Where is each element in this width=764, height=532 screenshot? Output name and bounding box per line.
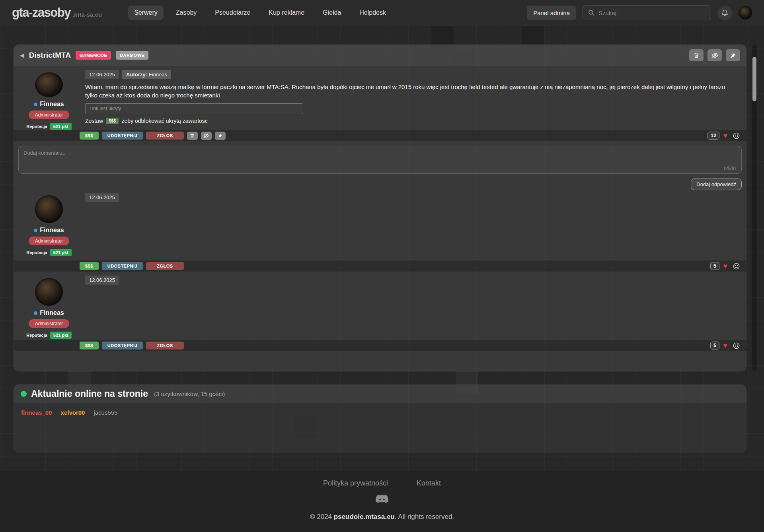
author-reputation-row: Reputacja 521 pkt: [26, 123, 72, 130]
heart-icon[interactable]: ♥: [723, 342, 727, 349]
post-author-card: Finneas Administrator Reputacja 521 pkt: [18, 191, 80, 260]
add-reaction-button[interactable]: [731, 340, 741, 351]
reputation-value-badge: 521 pkt: [50, 332, 72, 339]
verified-badge-icon: [34, 103, 37, 106]
post-meta-row: 12.06.2025: [85, 276, 739, 285]
report-button[interactable]: ZGŁOS: [146, 262, 183, 270]
online-subtitle: (3 użytkowników, 15 gości): [154, 390, 225, 397]
nav-item-zasoby[interactable]: Zasoby: [170, 6, 203, 20]
online-user-finneas00[interactable]: finneas_00: [21, 409, 52, 416]
post-meta-row: 12.06.2025: [85, 193, 739, 202]
author-name-row: Finneas: [34, 227, 64, 234]
hidden-link-box[interactable]: Link jest ukryty: [85, 103, 303, 114]
post-content: 12.06.2025 Autorzy:Finneas Witam, mam do…: [80, 68, 739, 130]
author-name-row: Finneas: [34, 101, 64, 108]
author-avatar[interactable]: [35, 278, 63, 306]
online-user-jacus555[interactable]: jacus555: [94, 409, 117, 416]
share-button[interactable]: UDOSTĘPNIJ: [102, 342, 143, 349]
money-badge: $$$: [106, 118, 119, 124]
post-2-reactions: 5 ♥: [710, 261, 741, 271]
post-1-action-bar: $$$ UDOSTĘPNIJ ZGŁOS 12 ♥: [14, 130, 746, 141]
author-name[interactable]: Finneas: [40, 309, 64, 316]
nav-item-kup-reklame[interactable]: Kup reklame: [263, 6, 310, 20]
author-avatar[interactable]: [35, 72, 63, 97]
author-name[interactable]: Finneas: [40, 101, 64, 108]
privacy-policy-link[interactable]: Polityka prywatności: [323, 479, 388, 487]
pin-thread-button[interactable]: [726, 49, 740, 61]
reputation-label: Reputacja: [26, 333, 47, 338]
thread-moderation-icons: [689, 49, 740, 61]
author-name-row: Finneas: [34, 309, 64, 316]
smiley-icon: [733, 262, 740, 270]
report-button[interactable]: ZGŁOS: [146, 132, 183, 140]
badge-darmowe: DARMOWE: [116, 51, 148, 60]
post-content: 12.06.2025: [80, 274, 739, 340]
navbar-right-group: Panel admina: [527, 5, 752, 20]
thread-card: ◀ DistrictMTA GAMEMODE DARMOWE: [14, 45, 746, 371]
heart-icon[interactable]: ♥: [723, 132, 727, 139]
donate-button[interactable]: $$$: [80, 132, 99, 140]
post-body-text: Witam, mam do sprzedania waszą matkę w f…: [85, 83, 739, 100]
delete-post-button[interactable]: [187, 132, 198, 140]
post-author-card: Finneas Administrator Reputacja 521 pkt: [18, 274, 80, 340]
search-input[interactable]: [598, 10, 706, 16]
author-role-badge: Administrator: [29, 319, 70, 328]
nav-item-helpdesk[interactable]: Helpdesk: [353, 6, 392, 20]
verified-badge-icon: [34, 311, 37, 315]
online-header: Aktualnie online na stronie (3 użytkowni…: [14, 384, 746, 403]
pin-post-button[interactable]: [215, 132, 226, 140]
add-reply-button[interactable]: Dodaj odpowiedź: [691, 179, 742, 190]
donate-button[interactable]: $$$: [80, 262, 99, 270]
post-content: 12.06.2025: [80, 191, 739, 260]
reputation-label: Reputacja: [26, 124, 47, 129]
page-footer: Polityka prywatności Kontakt © 2024 pseu…: [0, 479, 764, 521]
add-reaction-button[interactable]: [731, 130, 741, 141]
char-counter: 0/500: [724, 166, 736, 171]
like-count: 12: [707, 132, 719, 140]
share-button[interactable]: UDOSTĘPNIJ: [102, 132, 143, 140]
delete-thread-button[interactable]: [689, 49, 704, 61]
reputation-value-badge: 521 pkt: [50, 249, 72, 256]
smiley-icon: [733, 132, 740, 140]
eye-off-icon: [711, 52, 718, 59]
author-name[interactable]: Finneas: [40, 227, 64, 234]
hide-post-button[interactable]: [201, 132, 212, 140]
discord-link[interactable]: [0, 494, 764, 505]
search-box[interactable]: [583, 5, 711, 20]
admin-panel-button[interactable]: Panel admina: [527, 6, 576, 20]
online-user-xelvor00[interactable]: xelvor00: [61, 409, 85, 416]
site-logo[interactable]: gta-zasoby .mta-sa.eu: [12, 6, 102, 20]
top-navbar: gta-zasoby .mta-sa.eu Serwery Zasoby Pse…: [0, 0, 764, 25]
online-users-card: Aktualnie online na stronie (3 użytkowni…: [14, 384, 746, 453]
share-button[interactable]: UDOSTĘPNIJ: [102, 262, 143, 270]
notifications-bell-button[interactable]: [717, 6, 732, 20]
nav-item-gielda[interactable]: Giełda: [317, 6, 347, 20]
post-author-card: Finneas Administrator Reputacja 521 pkt: [18, 68, 80, 130]
discord-icon: [375, 494, 389, 505]
copyright-site: pseudole.mtasa.eu: [334, 513, 395, 520]
online-user-list: finneas_00 xelvor00 jacus555: [14, 403, 746, 422]
donate-button[interactable]: $$$: [80, 342, 99, 349]
user-avatar[interactable]: [739, 6, 752, 19]
pin-icon: [730, 52, 736, 58]
bell-icon: [721, 9, 729, 17]
author-reputation-row: Reputacja 521 pkt: [26, 332, 72, 339]
back-arrow-icon[interactable]: ◀: [20, 52, 24, 58]
hide-thread-button[interactable]: [707, 49, 722, 61]
online-title: Aktualnie online na stronie: [31, 388, 148, 399]
comment-input[interactable]: [18, 146, 742, 174]
post-date-chip: 12.06.2025: [85, 193, 119, 202]
add-reaction-button[interactable]: [731, 261, 741, 271]
heart-icon[interactable]: ♥: [723, 262, 727, 270]
nav-item-serwery[interactable]: Serwery: [128, 6, 164, 20]
post-3-reactions: 5 ♥: [710, 340, 741, 351]
online-status-icon: [21, 391, 27, 397]
nav-item-pseudolarze[interactable]: Pseudolarze: [209, 6, 256, 20]
contact-link[interactable]: Kontakt: [417, 479, 441, 487]
author-avatar[interactable]: [35, 195, 63, 223]
trash-icon: [693, 52, 700, 58]
report-button[interactable]: ZGŁOS: [146, 342, 183, 349]
scrollbar-thumb[interactable]: [752, 57, 756, 101]
comment-compose-section: 0/500 Dodaj odpowiedź: [14, 141, 746, 189]
post-1: Finneas Administrator Reputacja 521 pkt …: [14, 66, 746, 130]
